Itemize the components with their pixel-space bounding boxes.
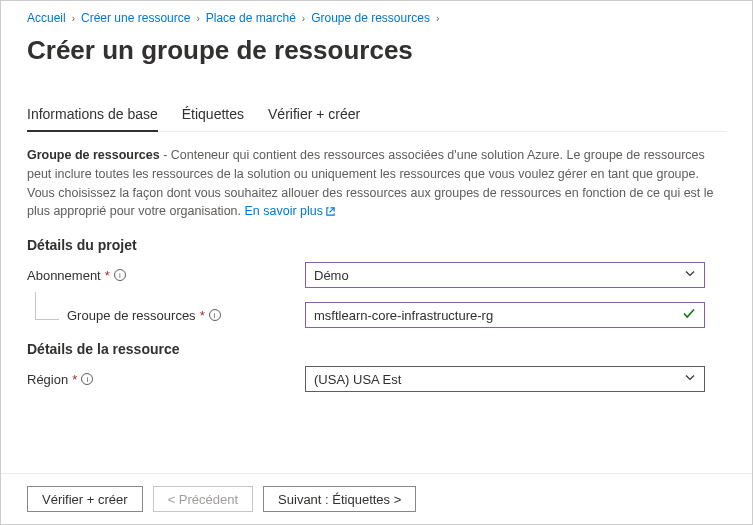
subscription-select[interactable]: Démo — [305, 262, 705, 288]
resource-group-name-input[interactable]: msftlearn-core-infrastructure-rg — [305, 302, 705, 328]
learn-more-link[interactable]: En savoir plus — [245, 204, 337, 218]
project-details-heading: Détails du projet — [27, 237, 726, 253]
tab-review-create[interactable]: Vérifier + créer — [268, 98, 360, 132]
resource-group-row: Groupe de ressources * i msftlearn-core-… — [27, 301, 726, 329]
info-icon[interactable]: i — [114, 269, 126, 281]
region-select[interactable]: (USA) USA Est — [305, 366, 705, 392]
region-row: Région * i (USA) USA Est — [27, 365, 726, 393]
breadcrumb-home[interactable]: Accueil — [27, 11, 66, 25]
previous-button: < Précédent — [153, 486, 253, 512]
footer-actions: Vérifier + créer < Précédent Suivant : É… — [1, 473, 752, 524]
required-asterisk: * — [72, 372, 77, 387]
chevron-right-icon: › — [196, 13, 199, 24]
subscription-row: Abonnement * i Démo — [27, 261, 726, 289]
breadcrumb-marketplace[interactable]: Place de marché — [206, 11, 296, 25]
tabs: Informations de base Étiquettes Vérifier… — [27, 98, 726, 132]
tab-tags[interactable]: Étiquettes — [182, 98, 244, 132]
resource-group-label: Groupe de ressources * i — [27, 308, 305, 323]
resource-details-heading: Détails de la ressource — [27, 341, 726, 357]
info-icon[interactable]: i — [209, 309, 221, 321]
valid-check-icon — [682, 307, 696, 324]
page-title: Créer un groupe de ressources — [27, 35, 726, 66]
region-label: Région * i — [27, 372, 305, 387]
description-lead: Groupe de ressources — [27, 148, 160, 162]
external-link-icon — [325, 204, 336, 223]
chevron-down-icon — [684, 372, 696, 387]
chevron-right-icon: › — [72, 13, 75, 24]
review-create-button[interactable]: Vérifier + créer — [27, 486, 143, 512]
chevron-right-icon: › — [436, 13, 439, 24]
connector-line — [35, 292, 59, 320]
info-icon[interactable]: i — [81, 373, 93, 385]
breadcrumb-create-resource[interactable]: Créer une ressource — [81, 11, 190, 25]
tab-basic-info[interactable]: Informations de base — [27, 98, 158, 132]
description-text: Groupe de ressources - Conteneur qui con… — [27, 146, 726, 223]
breadcrumb-resource-group[interactable]: Groupe de ressources — [311, 11, 430, 25]
breadcrumb: Accueil › Créer une ressource › Place de… — [27, 11, 726, 25]
required-asterisk: * — [200, 308, 205, 323]
chevron-down-icon — [684, 268, 696, 283]
chevron-right-icon: › — [302, 13, 305, 24]
subscription-label: Abonnement * i — [27, 268, 305, 283]
required-asterisk: * — [105, 268, 110, 283]
next-button[interactable]: Suivant : Étiquettes > — [263, 486, 416, 512]
